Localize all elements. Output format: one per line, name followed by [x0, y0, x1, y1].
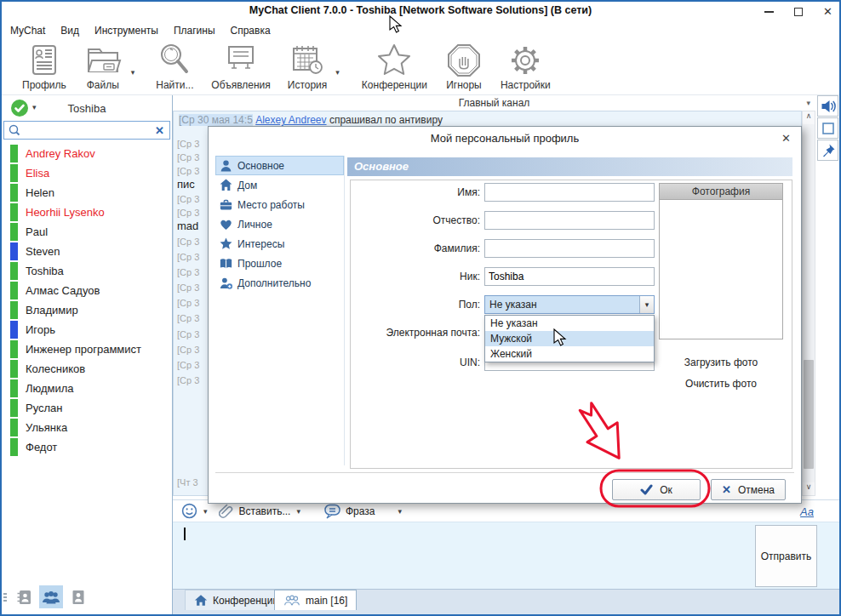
emoticon-icon[interactable]: [181, 503, 197, 519]
gender-option-unspecified[interactable]: Не указан: [485, 316, 654, 331]
nav-item-general[interactable]: Основное: [215, 156, 344, 175]
book-icon: [220, 257, 232, 270]
presence-bar: [10, 282, 18, 299]
emoticon-dropdown-caret[interactable]: ▾: [203, 507, 208, 516]
toolbar-announcements-button[interactable]: Объявления: [203, 42, 278, 94]
contact-name: Федот: [26, 441, 57, 453]
contact-row[interactable]: Steven: [2, 242, 172, 261]
contact-row[interactable]: Elisa: [2, 163, 172, 183]
nav-item-personal[interactable]: Личное: [215, 214, 344, 234]
pin-button[interactable]: [817, 140, 838, 161]
contact-row[interactable]: Алмас Садуов: [2, 281, 172, 300]
toolbar-conferences-button[interactable]: Конференции: [353, 42, 436, 94]
clear-photo-button[interactable]: Очистить фото: [659, 378, 783, 390]
ok-button[interactable]: Ок: [612, 479, 701, 500]
menu-view[interactable]: Вид: [60, 25, 79, 37]
maximize-icon[interactable]: [794, 8, 803, 16]
dialog-nav: Основное Дом Место работы Личное Интерес…: [215, 156, 345, 465]
channel-header[interactable]: Главный канал ▾: [173, 95, 815, 111]
insert-dropdown-caret[interactable]: ▾: [296, 507, 300, 516]
gender-combobox[interactable]: Не указан ▾: [484, 295, 655, 314]
contact-row[interactable]: Toshiba: [2, 261, 172, 281]
send-button[interactable]: Отправить: [755, 525, 817, 587]
middlename-field[interactable]: [484, 211, 655, 230]
toolbar-find-button[interactable]: Найти...: [146, 42, 203, 94]
lastname-field[interactable]: [484, 239, 655, 258]
contact-row[interactable]: Колесников: [2, 359, 172, 379]
drag-grip[interactable]: [3, 593, 7, 602]
menu-help[interactable]: Справка: [231, 25, 271, 37]
phrase-dropdown-caret[interactable]: ▾: [398, 507, 402, 516]
nick-field[interactable]: [484, 267, 655, 286]
gender-option-female[interactable]: Женский: [485, 346, 654, 362]
field-label-nick: Ник:: [351, 267, 480, 286]
contact-row[interactable]: Инженер программист: [2, 339, 172, 359]
contact-row[interactable]: Heorhii Lysenko: [2, 202, 172, 222]
nav-item-additional[interactable]: Дополнительно: [215, 273, 344, 293]
dialog-title: Мой персональный профиль: [209, 127, 801, 151]
phrase-button[interactable]: Фраза: [346, 505, 375, 517]
load-photo-button[interactable]: Загрузить фото: [659, 356, 783, 368]
contact-row[interactable]: Владимир: [2, 300, 172, 320]
gender-option-male[interactable]: Мужской: [485, 331, 654, 346]
firstname-field[interactable]: [484, 183, 655, 202]
menu-plugins[interactable]: Плагины: [174, 25, 215, 37]
contact-row[interactable]: Игорь: [2, 320, 172, 339]
contact-row[interactable]: Ульянка: [2, 418, 172, 437]
toolbar-history-button[interactable]: История: [279, 42, 336, 94]
profile-card-button[interactable]: [66, 585, 90, 608]
contact-row[interactable]: Helen: [2, 183, 172, 202]
tab-main-channel[interactable]: main [16]: [274, 590, 357, 610]
nav-item-past[interactable]: Прошлое: [215, 254, 344, 273]
scroll-down-icon[interactable]: ∨: [803, 482, 815, 495]
contact-row[interactable]: Людмила: [2, 379, 172, 398]
nav-item-home[interactable]: Дом: [215, 175, 344, 195]
message-author-link[interactable]: Alexey Andreev: [255, 114, 326, 126]
presence-bar: [10, 419, 18, 436]
toolbar-settings-button[interactable]: Настройки: [492, 42, 559, 94]
address-book-button[interactable]: [12, 585, 36, 608]
tab-conferences[interactable]: Конференции: [185, 590, 288, 610]
chat-scrollbar[interactable]: ∧ ∨: [802, 111, 815, 496]
nav-item-interests[interactable]: Интересы: [215, 234, 344, 254]
contact-row[interactable]: Andrey Rakov: [2, 144, 172, 163]
sound-button[interactable]: [817, 95, 838, 117]
minimize-icon[interactable]: [764, 11, 774, 13]
contact-name: Инженер программист: [26, 343, 141, 356]
contact-row[interactable]: Paul: [2, 222, 172, 242]
titlebar: MyChat Client 7.0.0 - Toshiba [Network S…: [2, 2, 839, 22]
menu-tools[interactable]: Инструменты: [94, 25, 158, 37]
toolbar-profile-button[interactable]: Профиль: [14, 42, 75, 94]
files-dropdown-caret[interactable]: ▾: [131, 68, 135, 94]
people-group-icon: [42, 590, 60, 604]
phrase-bubble-icon[interactable]: [323, 504, 341, 519]
window-mode-button[interactable]: [817, 117, 838, 139]
combobox-dropdown-caret[interactable]: ▾: [639, 296, 654, 313]
insert-button[interactable]: Вставить...: [239, 505, 291, 517]
clear-search-icon[interactable]: ✕: [155, 124, 164, 137]
channel-dropdown-caret[interactable]: ▾: [806, 99, 810, 107]
dialog-close-icon[interactable]: ✕: [781, 133, 791, 144]
font-settings-link[interactable]: Aa: [800, 505, 814, 518]
contact-search: ✕: [3, 121, 170, 140]
section-header: Основное: [347, 157, 792, 176]
menu-mychat[interactable]: MyChat: [10, 25, 45, 37]
contact-name: Игорь: [26, 323, 55, 336]
cancel-button[interactable]: ✕ Отмена: [711, 479, 786, 500]
close-icon[interactable]: ✕: [823, 8, 832, 16]
nav-item-work[interactable]: Место работы: [215, 195, 344, 214]
person-icon: [220, 159, 232, 172]
contact-row[interactable]: Федот: [2, 437, 172, 457]
contact-row[interactable]: Руслан: [2, 398, 172, 418]
toolbar-ignores-button[interactable]: Игноры: [436, 42, 492, 94]
nav-item-label: Интересы: [237, 238, 284, 250]
contacts-view-button[interactable]: [39, 585, 63, 608]
search-input[interactable]: [21, 123, 155, 138]
paperclip-icon[interactable]: [219, 503, 235, 519]
history-dropdown-caret[interactable]: ▾: [335, 68, 340, 94]
toolbar-files-button[interactable]: Файлы: [75, 42, 131, 94]
scrollbar-thumb[interactable]: [804, 360, 814, 469]
message-input[interactable]: Отправить: [173, 522, 839, 589]
contact-name: Людмила: [26, 382, 74, 395]
scroll-up-icon[interactable]: ∧: [803, 111, 815, 124]
